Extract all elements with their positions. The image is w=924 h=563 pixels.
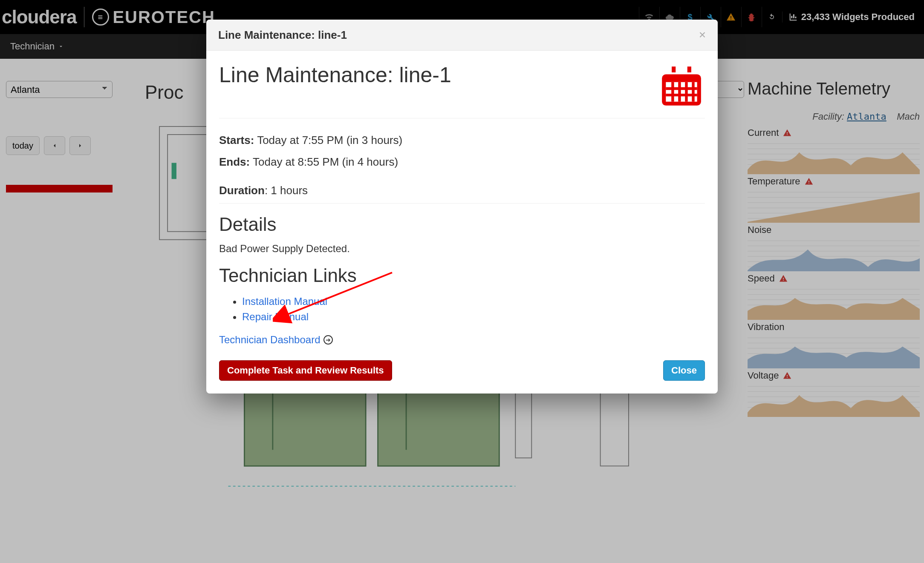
- technician-dashboard-link-row: Technician Dashboard ➔: [219, 334, 705, 346]
- link-repair-manual[interactable]: Repair Manual: [242, 311, 309, 322]
- maintenance-duration: Duration: 1 hours: [219, 180, 705, 201]
- circle-arrow-right-icon: ➔: [323, 335, 333, 345]
- modal-header-title: Line Maintenance: line-1: [218, 29, 347, 42]
- technician-dashboard-link[interactable]: Technician Dashboard: [219, 334, 320, 346]
- link-installation-manual[interactable]: Installation Manual: [242, 296, 327, 307]
- details-text: Bad Power Supply Detected.: [219, 243, 705, 255]
- modal-footer: Complete Task and Review Results Close: [206, 351, 718, 394]
- maintenance-ends: Ends: Today at 8:55 PM (in 4 hours): [219, 151, 705, 180]
- complete-task-button[interactable]: Complete Task and Review Results: [219, 360, 392, 381]
- links-heading: Technician Links: [219, 265, 705, 286]
- modal-title: Line Maintenance: line-1: [219, 63, 451, 87]
- maintenance-starts: Starts: Today at 7:55 PM (in 3 hours): [219, 129, 705, 151]
- line-maintenance-modal: Line Maintenance: line-1 × Line Maintena…: [206, 20, 718, 394]
- technician-links: Installation Manual Repair Manual: [219, 294, 705, 325]
- modal-header: Line Maintenance: line-1 ×: [206, 20, 718, 51]
- details-heading: Details: [219, 214, 705, 235]
- modal-overlay: Line Maintenance: line-1 × Line Maintena…: [0, 0, 924, 563]
- calendar-icon: [658, 63, 705, 109]
- modal-body: Line Maintenance: line-1 Starts: Today a…: [206, 51, 718, 351]
- close-button[interactable]: Close: [663, 360, 705, 381]
- modal-close-x[interactable]: ×: [699, 28, 706, 42]
